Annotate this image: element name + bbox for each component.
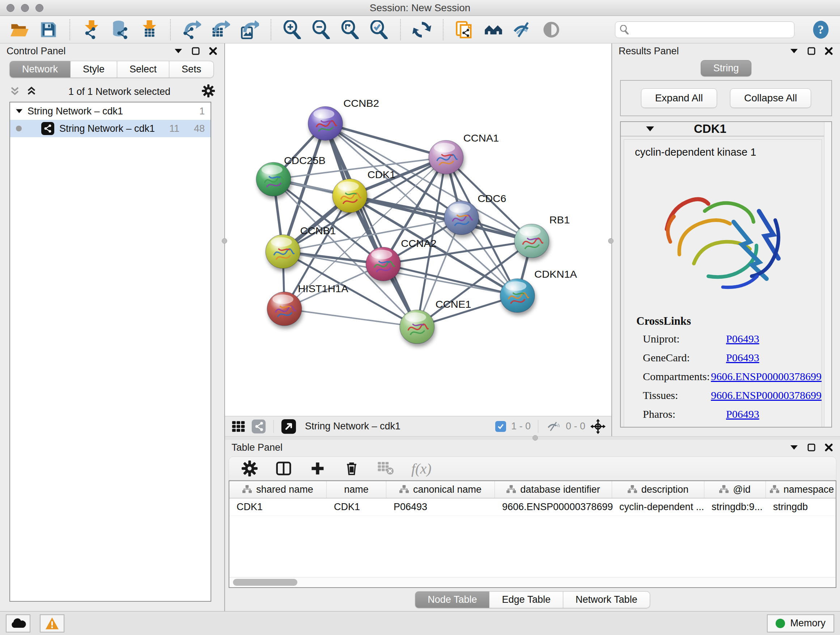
table-cell[interactable]: CDK1	[229, 499, 327, 516]
network-row[interactable]: String Network – cdk1 11 48	[10, 120, 210, 137]
zoom-fit-icon[interactable]	[340, 19, 360, 40]
table-panel-title: Table Panel	[232, 442, 283, 453]
search-icon	[620, 25, 629, 35]
panel-close-icon[interactable]	[824, 443, 834, 452]
node-table: shared namenamecanonical namedatabase id…	[229, 480, 836, 588]
toolbar-search	[615, 21, 794, 38]
panel-menu-icon[interactable]	[789, 443, 799, 452]
tab-network[interactable]: Network	[9, 61, 71, 78]
show-columns-icon[interactable]	[275, 460, 292, 477]
import-network-file-icon[interactable]	[81, 19, 101, 40]
add-column-icon[interactable]	[309, 460, 326, 477]
crosslink-link[interactable]: P06493	[726, 333, 759, 345]
column-header-@id[interactable]: @id	[704, 481, 766, 498]
network-edge[interactable]	[284, 309, 417, 327]
duplicate-network-icon[interactable]	[454, 19, 475, 40]
collapse-all-button[interactable]: Collapse All	[730, 88, 811, 108]
table-tabs: Node TableEdge TableNetwork Table	[225, 588, 840, 611]
crosslink-label: Compartments:	[643, 371, 711, 383]
grid-view-icon[interactable]	[231, 419, 246, 434]
tab-style[interactable]: Style	[71, 61, 117, 78]
node-label-CCNA2: CCNA2	[401, 238, 437, 249]
node-entry-header[interactable]: CDK1	[621, 122, 831, 136]
network-view-statusbar: String Network – cdk1 1 - 0 0 - 0	[225, 416, 611, 436]
export-table-icon[interactable]	[210, 19, 231, 40]
vertical-splitter-handle[interactable]	[608, 238, 614, 244]
first-neighbors-icon[interactable]	[483, 19, 504, 40]
table-horizontal-scrollbar[interactable]	[229, 577, 836, 587]
node-label-RB1: RB1	[549, 214, 570, 226]
panel-float-icon[interactable]	[191, 46, 201, 56]
scrollbar-thumb[interactable]	[233, 579, 297, 586]
horizontal-splitter[interactable]	[225, 436, 840, 440]
save-session-icon[interactable]	[38, 19, 58, 40]
horizontal-splitter-handle[interactable]	[532, 435, 538, 440]
delete-column-icon[interactable]	[343, 460, 360, 477]
tab-string[interactable]: String	[701, 60, 752, 76]
import-table-file-icon[interactable]	[139, 19, 159, 40]
panel-close-icon[interactable]	[208, 46, 218, 56]
column-header-shared-name[interactable]: shared name	[229, 481, 327, 498]
apply-layout-icon[interactable]	[412, 19, 432, 40]
warnings-button[interactable]	[40, 614, 65, 632]
network-share-icon[interactable]	[251, 419, 266, 434]
crosslink-link[interactable]: P06493	[726, 352, 759, 364]
column-header-canonical-name[interactable]: canonical name	[386, 481, 495, 498]
zoom-in-icon[interactable]	[282, 19, 302, 40]
birdseye-view-icon[interactable]	[281, 419, 296, 434]
table-cell[interactable]: stringdb	[766, 499, 836, 516]
node-label-CDKN1A: CDKN1A	[534, 268, 577, 280]
table-cell[interactable]: stringdb:9...	[704, 499, 766, 516]
column-header-namespace[interactable]: namespace	[766, 481, 836, 498]
column-header-database-identifier[interactable]: database identifier	[495, 481, 612, 498]
tab-edge-table[interactable]: Edge Table	[489, 591, 563, 608]
panel-menu-icon[interactable]	[174, 46, 183, 56]
table-cell[interactable]: cyclin-dependent ...	[612, 499, 704, 516]
zoom-selected-icon[interactable]	[369, 19, 389, 40]
network-canvas[interactable]: CCNB2CCNA1CDC25BCDK1CDC6RB1CCNB1CCNA2CDK…	[225, 43, 611, 416]
network-collection-row[interactable]: String Network – cdk1 1	[10, 103, 210, 120]
panel-float-icon[interactable]	[807, 46, 816, 56]
tab-select[interactable]: Select	[117, 61, 169, 78]
pan-crosshair-icon[interactable]	[591, 419, 606, 434]
table-cell[interactable]: CDK1	[327, 499, 386, 516]
entry-collapse-icon[interactable]	[646, 126, 654, 131]
memory-button[interactable]: Memory	[767, 614, 834, 632]
crosslink-link[interactable]: 9606.ENSP00000378699	[711, 371, 821, 383]
export-image-icon[interactable]	[240, 19, 260, 40]
results-scrollbar[interactable]	[824, 122, 831, 427]
selected-checkbox-icon[interactable]	[495, 421, 506, 432]
hide-selected-icon[interactable]	[512, 19, 532, 40]
search-input[interactable]	[632, 24, 790, 35]
collapse-all-icon[interactable]	[9, 86, 20, 98]
table-cell[interactable]: 9606.ENSP00000378699	[495, 499, 612, 516]
import-network-database-icon[interactable]	[110, 19, 130, 40]
table-row[interactable]: CDK1CDK1P064939606.ENSP00000378699cyclin…	[229, 499, 836, 516]
expand-all-button[interactable]: Expand All	[641, 88, 717, 108]
open-session-icon[interactable]	[9, 19, 30, 40]
help-button[interactable]: ?	[811, 20, 831, 40]
table-options-gear-icon[interactable]	[241, 460, 258, 477]
column-header-name[interactable]: name	[327, 481, 386, 498]
crosslink-link[interactable]: 9606.ENSP00000378699	[711, 389, 821, 402]
panel-close-icon[interactable]	[824, 46, 834, 56]
tab-network-table[interactable]: Network Table	[563, 591, 650, 608]
network-options-gear-icon[interactable]	[202, 84, 215, 99]
zoom-out-icon[interactable]	[311, 19, 332, 40]
tab-sets[interactable]: Sets	[169, 61, 214, 78]
panel-menu-icon[interactable]	[789, 46, 799, 56]
network-edge[interactable]	[325, 124, 417, 327]
crosslink-link[interactable]: P06493	[726, 408, 759, 420]
export-network-icon[interactable]	[182, 19, 202, 40]
tab-node-table[interactable]: Node Table	[415, 591, 489, 608]
vertical-splitter-handle[interactable]	[222, 238, 227, 244]
column-header-description[interactable]: description	[612, 481, 704, 498]
main-area: Control Panel NetworkStyleSelectSets 1 o…	[0, 43, 840, 611]
expand-all-icon[interactable]	[26, 86, 37, 98]
panel-float-icon[interactable]	[807, 443, 816, 452]
collection-expand-icon[interactable]	[16, 109, 22, 113]
show-all-icon[interactable]	[541, 19, 561, 40]
cloud-button[interactable]	[6, 614, 30, 632]
window-title: Session: New Session	[0, 2, 840, 14]
table-cell[interactable]: P06493	[386, 499, 495, 516]
